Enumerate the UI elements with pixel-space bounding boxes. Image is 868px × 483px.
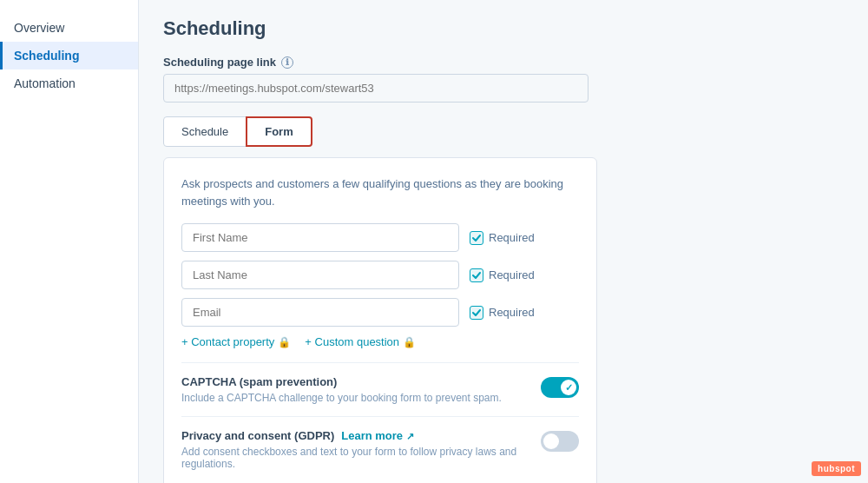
required-checkbox-first-name[interactable] (470, 231, 483, 245)
captcha-title: CAPTCHA (spam prevention) (181, 375, 502, 388)
scheduling-link-label: Scheduling page link ℹ (163, 56, 844, 69)
captcha-description: Include a CAPTCHA challenge to your book… (181, 392, 502, 404)
scheduling-link-input[interactable] (163, 74, 589, 103)
lock-icon-contact: 🔒 (278, 336, 291, 348)
form-card-description: Ask prospects and customers a few qualif… (181, 175, 579, 209)
captcha-info: CAPTCHA (spam prevention) Include a CAPT… (181, 375, 502, 404)
gdpr-info: Privacy and consent (GDPR) Learn more ↗ … (181, 429, 541, 470)
tab-schedule[interactable]: Schedule (163, 116, 247, 147)
sidebar-item-overview[interactable]: Overview (0, 14, 138, 42)
page-title: Scheduling (163, 17, 844, 40)
sidebar-item-scheduling[interactable]: Scheduling (0, 42, 138, 69)
required-checkbox-last-name[interactable] (470, 268, 483, 282)
tab-form[interactable]: Form (246, 116, 312, 147)
main-content: Scheduling Scheduling page link ℹ Schedu… (139, 0, 868, 483)
email-input[interactable] (181, 298, 459, 327)
field-row-last-name: Required (181, 261, 579, 289)
tabs: Schedule Form (163, 116, 844, 147)
gdpr-title-row: Privacy and consent (GDPR) Learn more ↗ (181, 429, 541, 442)
field-row-email: Required (181, 298, 579, 327)
first-name-required: Required (470, 231, 535, 245)
captcha-toggle-row: CAPTCHA (spam prevention) Include a CAPT… (181, 362, 579, 416)
gdpr-learn-more-link[interactable]: Learn more ↗ (341, 429, 413, 442)
lock-icon-custom: 🔒 (403, 336, 416, 348)
gdpr-description: Add consent checkboxes and text to your … (181, 446, 541, 470)
required-label-first-name: Required (489, 231, 535, 244)
add-contact-property-link[interactable]: + Contact property 🔒 (181, 335, 291, 348)
gdpr-title-text: Privacy and consent (GDPR) (181, 429, 334, 442)
email-required: Required (470, 306, 535, 320)
last-name-required: Required (470, 268, 535, 282)
gdpr-toggle[interactable] (541, 431, 579, 452)
info-icon[interactable]: ℹ (281, 56, 293, 69)
gdpr-toggle-knob (543, 433, 559, 449)
required-checkbox-email[interactable] (470, 306, 483, 320)
form-card: Ask prospects and customers a few qualif… (163, 157, 597, 483)
add-links-row: + Contact property 🔒 + Custom question 🔒 (181, 335, 579, 348)
sidebar-item-automation[interactable]: Automation (0, 69, 138, 97)
add-custom-question-link[interactable]: + Custom question 🔒 (305, 335, 416, 348)
captcha-toggle-knob: ✓ (561, 380, 576, 395)
first-name-input[interactable] (181, 223, 459, 252)
gdpr-toggle-row: Privacy and consent (GDPR) Learn more ↗ … (181, 416, 579, 482)
required-label-email: Required (489, 306, 535, 319)
captcha-check-icon: ✓ (565, 382, 573, 394)
required-label-last-name: Required (489, 268, 535, 281)
field-row-first-name: Required (181, 223, 579, 252)
last-name-input[interactable] (181, 261, 459, 289)
external-link-icon: ↗ (406, 431, 414, 441)
sidebar: Overview Scheduling Automation (0, 0, 139, 483)
hubspot-badge: hubspot (812, 461, 861, 476)
captcha-toggle[interactable]: ✓ (541, 377, 579, 398)
